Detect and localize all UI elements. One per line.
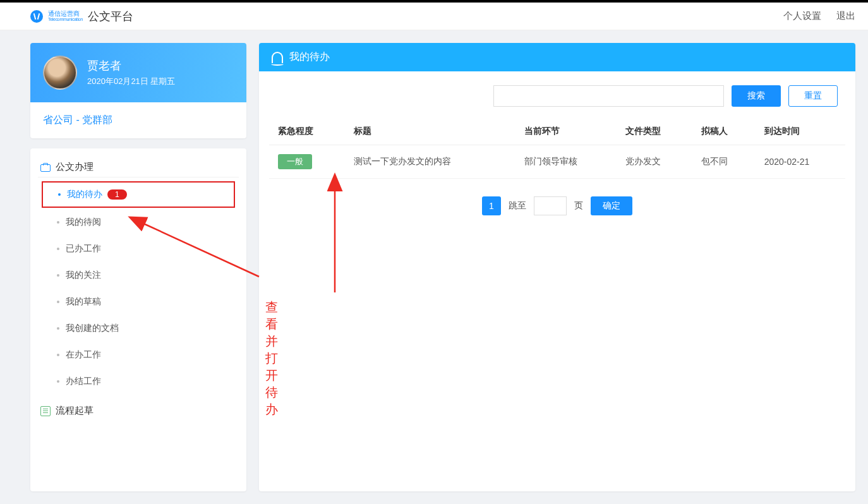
th-arrived: 到达时间 (756, 118, 845, 145)
pagination: 1 跳至 页 确定 (259, 179, 855, 233)
th-step: 当前环节 (515, 118, 617, 145)
page-jump-confirm-button[interactable]: 确定 (591, 196, 632, 215)
panel-title: 我的待办 (289, 51, 330, 64)
nav-section-documents[interactable]: 公文办理 (38, 157, 239, 177)
bullet-icon (57, 301, 59, 303)
panel-header: 我的待办 (259, 43, 855, 71)
user-card-top: 贾老者 2020年02月21日 星期五 (30, 43, 246, 102)
bullet-icon (57, 327, 59, 330)
sidebar-item-7[interactable]: 办结工作 (38, 368, 239, 395)
sidebar-item-label: 我的待办 (67, 189, 102, 200)
sidebar-item-0[interactable]: 我的待办1 (42, 181, 235, 208)
nav-section-flow[interactable]: 流程起草 (38, 401, 239, 421)
user-name: 贾老者 (87, 58, 175, 73)
personal-settings-link[interactable]: 个人设置 (783, 10, 821, 22)
bullet-icon (58, 193, 61, 196)
avatar (43, 56, 77, 90)
bullet-icon (57, 274, 59, 277)
sidebar-item-4[interactable]: 我的草稿 (38, 289, 239, 315)
th-urgency: 紧急程度 (269, 118, 345, 145)
brand-line2: Telecommunication (48, 17, 83, 21)
todo-table: 紧急程度 标题 当前环节 文件类型 拟稿人 到达时间 一般测试一下党办发文的内容… (269, 118, 845, 179)
cell-type: 党办发文 (617, 145, 692, 179)
page-number-1[interactable]: 1 (482, 196, 501, 215)
bullet-icon (57, 248, 59, 250)
cell-arrived: 2020-02-21 (756, 145, 845, 179)
sidebar-item-label: 我创建的文档 (66, 323, 119, 334)
sidebar-item-label: 已办工作 (66, 243, 101, 255)
bullet-icon (57, 380, 59, 383)
sidebar-item-label: 我的待阅 (66, 217, 101, 228)
cell-title: 测试一下党办发文的内容 (345, 145, 515, 179)
table-row[interactable]: 一般测试一下党办发文的内容部门领导审核党办发文包不同2020-02-21 (269, 145, 845, 179)
app-title: 公文平台 (88, 9, 133, 24)
search-button[interactable]: 搜索 (732, 85, 781, 107)
briefcase-icon (40, 163, 51, 172)
flow-icon (40, 406, 51, 416)
jump-label: 跳至 (509, 200, 526, 212)
cell-step: 部门领导审核 (515, 145, 617, 179)
sidebar-item-label: 我的草稿 (66, 296, 101, 308)
sidebar-item-3[interactable]: 我的关注 (38, 262, 239, 289)
sidebar-item-1[interactable]: 我的待阅 (38, 209, 239, 236)
bullet-icon (57, 221, 59, 224)
user-card: 贾老者 2020年02月21日 星期五 省公司 - 党群部 (30, 43, 246, 138)
bullet-icon (57, 354, 59, 356)
nav-card: 公文办理 我的待办1我的待阅已办工作我的关注我的草稿我创建的文档在办工作办结工作… (30, 148, 246, 491)
th-drafter: 拟稿人 (692, 118, 756, 145)
sidebar-item-2[interactable]: 已办工作 (38, 236, 239, 262)
sidebar-item-6[interactable]: 在办工作 (38, 342, 239, 368)
sidebar-item-label: 在办工作 (66, 349, 101, 361)
cell-drafter: 包不同 (692, 145, 756, 179)
search-input[interactable] (493, 85, 724, 107)
nav-section-label: 流程起草 (56, 405, 93, 417)
sidebar-item-label: 办结工作 (66, 376, 101, 387)
th-title: 标题 (345, 118, 515, 145)
page-body: 贾老者 2020年02月21日 星期五 省公司 - 党群部 公文办理 我的待办1… (0, 30, 868, 504)
cell-urgency: 一般 (269, 145, 345, 179)
reset-button[interactable]: 重置 (788, 85, 838, 107)
sidebar-item-badge: 1 (107, 189, 127, 200)
th-type: 文件类型 (617, 118, 692, 145)
brand-text: 通信运营商 Telecommunication (48, 11, 83, 21)
logout-link[interactable]: 退出 (836, 10, 855, 22)
page-jump-input[interactable] (534, 196, 567, 215)
main-panel: 我的待办 搜索 重置 紧急程度 标题 当前环节 文件类型 拟稿人 到达时间 一般… (259, 43, 855, 491)
brand-line1: 通信运营商 (48, 11, 83, 17)
left-sidebar: 贾老者 2020年02月21日 星期五 省公司 - 党群部 公文办理 我的待办1… (30, 43, 246, 491)
app-header: 通信运营商 Telecommunication 公文平台 个人设置 退出 (0, 3, 868, 30)
user-date: 2020年02月21日 星期五 (87, 76, 175, 87)
user-org: 省公司 - 党群部 (30, 102, 246, 138)
nav-section-label: 公文办理 (56, 161, 93, 173)
brand-logo-icon (30, 10, 43, 23)
urgency-tag: 一般 (278, 154, 312, 169)
search-row: 搜索 重置 (259, 71, 855, 118)
bell-icon (272, 52, 283, 63)
sidebar-item-5[interactable]: 我创建的文档 (38, 315, 239, 342)
page-suffix: 页 (574, 200, 583, 212)
sidebar-item-label: 我的关注 (66, 270, 101, 281)
